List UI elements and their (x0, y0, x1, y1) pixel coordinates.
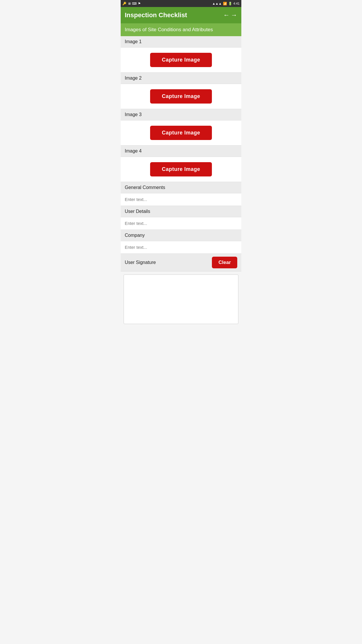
app-bar-nav[interactable]: ← → (223, 11, 237, 19)
company-input[interactable] (125, 245, 237, 250)
signature-canvas[interactable] (124, 274, 238, 324)
user-details-label: User Details (121, 206, 241, 217)
image3-label: Image 3 (121, 109, 241, 120)
user-signature-row: User Signature Clear (121, 254, 241, 272)
flag-icon: ⚑ (138, 2, 141, 6)
capture-image4-button[interactable]: Capture Image (150, 162, 212, 176)
status-right: ▲▲▲ 📶 🔋 4:41 (212, 2, 240, 6)
image3-capture-area: Capture Image (121, 120, 241, 146)
image2-label: Image 2 (121, 73, 241, 84)
general-comments-input-area[interactable] (121, 193, 241, 206)
general-comments-label: General Comments (121, 182, 241, 193)
user-details-input[interactable] (125, 221, 237, 226)
image1-capture-area: Capture Image (121, 48, 241, 73)
company-label: Company (121, 230, 241, 241)
nav-back-button[interactable]: ← (223, 11, 230, 19)
company-input-area[interactable] (121, 241, 241, 254)
nav-forward-button[interactable]: → (231, 11, 237, 19)
capture-image2-button[interactable]: Capture Image (150, 89, 212, 104)
signal-icon: 📶 (223, 2, 227, 6)
monitor-icon: 🖥 (128, 2, 131, 5)
capture-image3-button[interactable]: Capture Image (150, 126, 212, 140)
image2-capture-area: Capture Image (121, 84, 241, 109)
status-bar: 🔑 🖥 ⌨ ⚑ ▲▲▲ 📶 🔋 4:41 (121, 0, 241, 7)
app-title: Inspection Checklist (125, 11, 187, 19)
image1-label: Image 1 (121, 36, 241, 48)
general-comments-input[interactable] (125, 197, 237, 202)
capture-image1-button[interactable]: Capture Image (150, 53, 212, 67)
user-signature-label: User Signature (125, 260, 156, 265)
battery-icon: 🔋 (228, 2, 232, 6)
image4-label: Image 4 (121, 146, 241, 157)
image4-capture-area: Capture Image (121, 157, 241, 182)
wifi-icon: ▲▲▲ (212, 2, 222, 5)
clear-signature-button[interactable]: Clear (212, 257, 237, 268)
keyboard-icon: ⌨ (132, 2, 137, 6)
status-icons: 🔑 🖥 ⌨ ⚑ (122, 2, 141, 6)
key-icon: 🔑 (122, 2, 126, 6)
user-details-input-area[interactable] (121, 217, 241, 230)
app-bar: Inspection Checklist ← → (121, 7, 241, 23)
clock: 4:41 (233, 2, 240, 5)
section-header: Images of Site Conditions and Attributes (121, 23, 241, 36)
